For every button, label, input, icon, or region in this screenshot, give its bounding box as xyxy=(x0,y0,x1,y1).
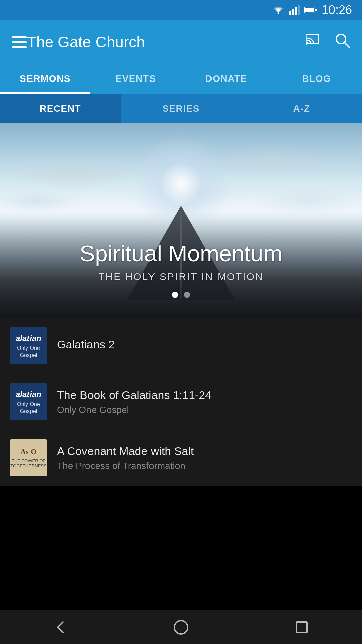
menu-button[interactable] xyxy=(12,36,27,48)
hero-dot-2[interactable] xyxy=(184,292,190,298)
sermon-thumbnail: As O THE POWER OF TOGETHERNESS xyxy=(10,439,47,476)
menu-line-2 xyxy=(12,41,27,43)
recents-button[interactable] xyxy=(288,614,315,641)
sermon-info: The Book of Galatians 1:11-24 Only One G… xyxy=(57,389,352,415)
subtab-series[interactable]: SERIES xyxy=(121,94,241,123)
wifi-icon xyxy=(272,5,284,15)
home-button[interactable] xyxy=(168,614,194,641)
svg-line-11 xyxy=(344,42,349,47)
back-icon xyxy=(53,620,68,635)
sermon-item[interactable]: alatian Only One Gospel The Book of Gala… xyxy=(0,374,362,430)
tab-sermons[interactable]: SERMONS xyxy=(0,64,90,94)
status-time: 10:26 xyxy=(322,3,352,17)
sermon-title: Galatians 2 xyxy=(57,338,352,351)
app-title: The Gate Church xyxy=(27,33,306,51)
menu-line-1 xyxy=(12,36,27,38)
svg-point-0 xyxy=(277,13,279,14)
svg-rect-7 xyxy=(305,8,314,12)
hero-text: Spiritual Momentum THE HOLY SPIRIT IN MO… xyxy=(80,240,283,298)
thumb-text-sub: Only One Gospel xyxy=(13,401,44,415)
app-bar-actions xyxy=(306,33,350,51)
sermon-list: alatian Only One Gospel Galatians 2 alat… xyxy=(0,318,362,486)
svg-rect-1 xyxy=(289,11,291,15)
sermon-subtitle: The Process of Transformation xyxy=(57,461,352,471)
sermon-subtitle: Only One Gospel xyxy=(57,405,352,415)
status-icons: 10:26 xyxy=(272,3,352,17)
cast-icon xyxy=(306,34,321,47)
subtab-bar: RECENT SERIES A-Z xyxy=(0,94,362,123)
svg-rect-4 xyxy=(298,5,300,15)
svg-rect-13 xyxy=(296,622,307,633)
thumb-text-main: alatian xyxy=(16,389,41,399)
back-button[interactable] xyxy=(47,614,74,641)
hero-dots xyxy=(80,292,283,298)
tab-bar: SERMONS EVENTS DONATE BLOG xyxy=(0,64,362,94)
sermon-item[interactable]: As O THE POWER OF TOGETHERNESS A Covenan… xyxy=(0,430,362,486)
search-icon xyxy=(335,33,350,48)
tab-blog[interactable]: BLOG xyxy=(272,64,362,94)
svg-rect-3 xyxy=(295,7,297,15)
app-bar: The Gate Church xyxy=(0,20,362,64)
thumb-text-main: alatian xyxy=(16,333,41,343)
sermon-title: A Covenant Made with Salt xyxy=(57,445,352,458)
sermon-title: The Book of Galatians 1:11-24 xyxy=(57,389,352,402)
cast-button[interactable] xyxy=(306,34,321,50)
sermon-info: A Covenant Made with Salt The Process of… xyxy=(57,445,352,471)
tab-events[interactable]: EVENTS xyxy=(90,64,181,94)
subtab-az[interactable]: A-Z xyxy=(241,94,362,123)
battery-icon xyxy=(304,6,317,14)
sermon-item[interactable]: alatian Only One Gospel Galatians 2 xyxy=(0,318,362,374)
subtab-recent[interactable]: RECENT xyxy=(0,94,121,123)
signal-icon xyxy=(289,5,300,15)
hero-dot-1[interactable] xyxy=(172,292,178,298)
sermon-info: Galatians 2 xyxy=(57,338,352,354)
svg-rect-6 xyxy=(315,9,317,11)
status-bar: 10:26 xyxy=(0,0,362,20)
sermon-thumbnail: alatian Only One Gospel xyxy=(10,383,47,420)
sermon-thumbnail: alatian Only One Gospel xyxy=(10,327,47,364)
svg-rect-2 xyxy=(292,9,294,15)
recents-square-icon xyxy=(295,621,308,634)
thumb-text-sub: Only One Gospel xyxy=(13,345,44,359)
menu-line-3 xyxy=(12,46,27,48)
home-circle-icon xyxy=(173,620,189,635)
svg-point-12 xyxy=(174,621,188,634)
search-button[interactable] xyxy=(335,33,350,51)
thumb-text-as-one: As O xyxy=(20,447,36,457)
hero-subtitle: THE HOLY SPIRIT IN MOTION xyxy=(80,271,283,282)
bottom-nav xyxy=(0,610,362,644)
hero-title: Spiritual Momentum xyxy=(80,240,283,266)
hero-banner[interactable]: Spiritual Momentum THE HOLY SPIRIT IN MO… xyxy=(0,123,362,318)
tab-donate[interactable]: DONATE xyxy=(181,64,272,94)
thumb-text-power: THE POWER OF TOGETHERNESS xyxy=(10,458,46,469)
